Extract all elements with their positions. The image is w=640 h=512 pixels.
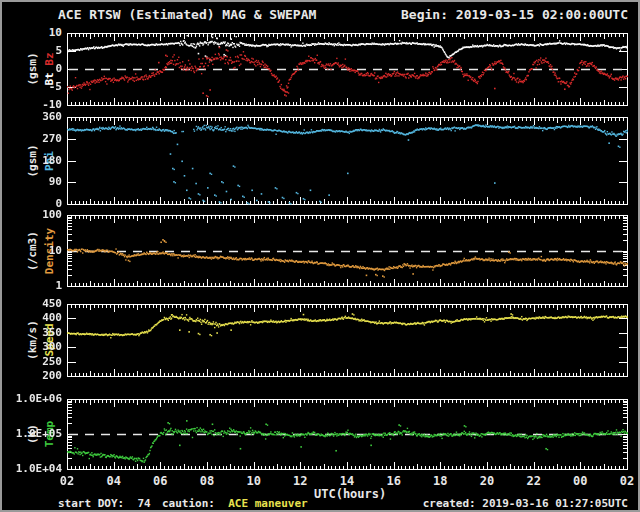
y-tick-label-phi: 270 [10,132,62,145]
y-tick-label-speed: 400 [10,311,62,324]
panel-density-canvas [67,215,628,287]
caution-value: ACE maneuver [228,497,307,510]
caution-label: caution: ACE maneuver [162,497,308,510]
caution-prefix: caution: [162,497,228,510]
begin-timestamp: Begin: 2019-03-15 02:00:00UTC [401,7,628,22]
x-tick-label: 00 [563,474,597,488]
x-tick-label: 12 [283,474,317,488]
panel-phi-canvas [67,117,628,205]
y-tick-label-speed: 200 [10,369,62,382]
y-tick-label-mag: -5 [10,80,62,93]
x-tick-label: 16 [377,474,411,488]
panel-temp-canvas [67,399,628,470]
y-tick-label-density: 1 [10,279,62,292]
x-tick-label: 04 [97,474,131,488]
y-tick-label-phi: 360 [10,110,62,123]
y-tick-label-phi: 90 [10,175,62,188]
plot-title: ACE RTSW (Estimated) MAG & SWEPAM [58,7,316,22]
x-tick-label: 22 [517,474,551,488]
x-tick-label: 10 [237,474,271,488]
y-tick-label-density: 100 [10,208,62,221]
y-tick-label-density: 10 [10,244,62,257]
panel-mag-canvas [67,33,628,106]
start-doy-label: start DOY: 74 [58,497,151,510]
y-tick-label-temp: 1.0E+06 [10,392,62,405]
y-tick-label-phi: 180 [10,154,62,167]
y-tick-label-mag: 0 [10,62,62,75]
x-tick-label: 20 [470,474,504,488]
xaxis-title: UTC(hours) [314,487,386,501]
x-tick-label: 02 [610,474,640,488]
x-tick-label: 08 [190,474,224,488]
y-tick-label-speed: 250 [10,355,62,368]
y-tick-label-temp: 1.0E+05 [10,427,62,440]
panel-speed-canvas [67,304,628,377]
y-tick-label-mag: 10 [10,26,62,39]
y-tick-label-speed: 450 [10,297,62,310]
y-tick-label-speed: 300 [10,340,62,353]
y-tick-label-mag: 5 [10,44,62,57]
x-tick-label: 02 [50,474,84,488]
x-tick-label: 18 [423,474,457,488]
x-tick-label: 14 [330,474,364,488]
created-timestamp: created: 2019-03-16 01:27:05UTC [423,497,628,510]
ace-rtsw-plot: ACE RTSW (Estimated) MAG & SWEPAM Begin:… [0,0,640,512]
x-tick-label: 06 [143,474,177,488]
y-tick-label-speed: 350 [10,326,62,339]
